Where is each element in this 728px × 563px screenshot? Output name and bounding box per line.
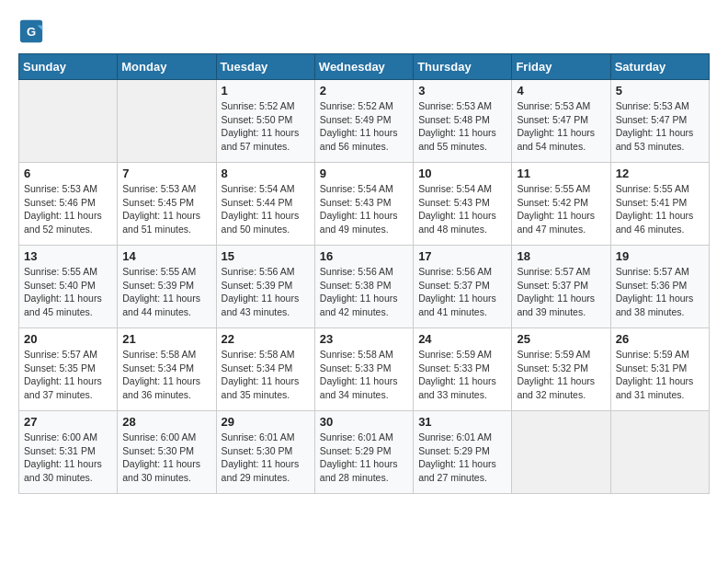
day-number: 27 <box>24 415 112 429</box>
column-header-thursday: Thursday <box>414 54 512 80</box>
calendar-cell <box>19 80 118 163</box>
day-number: 3 <box>418 84 506 98</box>
day-info: Sunrise: 5:59 AMSunset: 5:33 PMDaylight:… <box>418 348 506 402</box>
day-info: Sunrise: 5:53 AMSunset: 5:47 PMDaylight:… <box>517 99 605 154</box>
calendar-cell: 3Sunrise: 5:53 AMSunset: 5:48 PMDaylight… <box>414 80 512 163</box>
calendar-cell: 15Sunrise: 5:56 AMSunset: 5:39 PMDayligh… <box>216 246 314 328</box>
header-row: SundayMondayTuesdayWednesdayThursdayFrid… <box>19 54 710 80</box>
day-number: 23 <box>320 332 408 346</box>
calendar-cell <box>512 411 610 494</box>
day-info: Sunrise: 6:01 AMSunset: 5:29 PMDaylight:… <box>320 431 408 485</box>
day-info: Sunrise: 6:00 AMSunset: 5:30 PMDaylight:… <box>122 431 210 485</box>
calendar-table: SundayMondayTuesdayWednesdayThursdayFrid… <box>18 53 710 494</box>
day-info: Sunrise: 6:00 AMSunset: 5:31 PMDaylight:… <box>24 431 112 485</box>
day-info: Sunrise: 5:56 AMSunset: 5:37 PMDaylight:… <box>418 265 506 319</box>
calendar-cell: 21Sunrise: 5:58 AMSunset: 5:34 PMDayligh… <box>118 328 216 411</box>
day-number: 20 <box>24 332 112 346</box>
day-info: Sunrise: 5:59 AMSunset: 5:31 PMDaylight:… <box>616 348 704 402</box>
day-info: Sunrise: 5:56 AMSunset: 5:39 PMDaylight:… <box>222 265 310 319</box>
day-number: 30 <box>320 415 408 429</box>
day-info: Sunrise: 5:57 AMSunset: 5:37 PMDaylight:… <box>517 265 605 319</box>
column-header-wednesday: Wednesday <box>314 54 413 80</box>
calendar-cell: 11Sunrise: 5:55 AMSunset: 5:42 PMDayligh… <box>512 163 610 246</box>
calendar-cell: 30Sunrise: 6:01 AMSunset: 5:29 PMDayligh… <box>314 411 413 494</box>
calendar-cell: 10Sunrise: 5:54 AMSunset: 5:43 PMDayligh… <box>414 163 512 246</box>
day-number: 1 <box>222 84 310 98</box>
calendar-cell: 26Sunrise: 5:59 AMSunset: 5:31 PMDayligh… <box>610 328 709 411</box>
column-header-friday: Friday <box>512 54 610 80</box>
day-number: 22 <box>222 332 310 346</box>
day-number: 19 <box>616 249 704 263</box>
day-info: Sunrise: 5:58 AMSunset: 5:34 PMDaylight:… <box>222 348 310 402</box>
day-info: Sunrise: 5:57 AMSunset: 5:35 PMDaylight:… <box>24 348 112 402</box>
day-number: 15 <box>222 249 310 263</box>
calendar-cell: 6Sunrise: 5:53 AMSunset: 5:46 PMDaylight… <box>19 163 118 246</box>
day-info: Sunrise: 5:54 AMSunset: 5:44 PMDaylight:… <box>222 182 310 236</box>
day-number: 8 <box>222 167 310 180</box>
calendar-cell: 23Sunrise: 5:58 AMSunset: 5:33 PMDayligh… <box>314 328 413 411</box>
day-number: 14 <box>122 249 210 263</box>
day-number: 7 <box>122 167 210 180</box>
day-info: Sunrise: 5:57 AMSunset: 5:36 PMDaylight:… <box>616 265 704 319</box>
calendar-cell: 25Sunrise: 5:59 AMSunset: 5:32 PMDayligh… <box>512 328 610 411</box>
calendar-cell: 16Sunrise: 5:56 AMSunset: 5:38 PMDayligh… <box>314 246 413 328</box>
calendar-cell: 18Sunrise: 5:57 AMSunset: 5:37 PMDayligh… <box>512 246 610 328</box>
day-info: Sunrise: 5:53 AMSunset: 5:47 PMDaylight:… <box>616 99 704 154</box>
calendar-cell <box>118 80 216 163</box>
day-info: Sunrise: 5:55 AMSunset: 5:41 PMDaylight:… <box>616 182 704 236</box>
calendar-cell: 7Sunrise: 5:53 AMSunset: 5:45 PMDaylight… <box>118 163 216 246</box>
day-info: Sunrise: 5:53 AMSunset: 5:45 PMDaylight:… <box>122 182 210 236</box>
day-info: Sunrise: 5:53 AMSunset: 5:48 PMDaylight:… <box>418 99 506 154</box>
day-number: 17 <box>418 249 506 263</box>
day-number: 25 <box>517 332 605 346</box>
calendar-cell: 24Sunrise: 5:59 AMSunset: 5:33 PMDayligh… <box>414 328 512 411</box>
column-header-tuesday: Tuesday <box>216 54 314 80</box>
day-info: Sunrise: 5:55 AMSunset: 5:39 PMDaylight:… <box>122 265 210 319</box>
calendar-cell: 4Sunrise: 5:53 AMSunset: 5:47 PMDaylight… <box>512 80 610 163</box>
day-number: 9 <box>320 167 408 180</box>
calendar-cell: 31Sunrise: 6:01 AMSunset: 5:29 PMDayligh… <box>414 411 512 494</box>
week-row-1: 1Sunrise: 5:52 AMSunset: 5:50 PMDaylight… <box>19 80 710 163</box>
day-info: Sunrise: 5:54 AMSunset: 5:43 PMDaylight:… <box>418 182 506 236</box>
calendar-cell: 9Sunrise: 5:54 AMSunset: 5:43 PMDaylight… <box>314 163 413 246</box>
day-number: 2 <box>320 84 408 98</box>
calendar-cell: 28Sunrise: 6:00 AMSunset: 5:30 PMDayligh… <box>118 411 216 494</box>
day-number: 28 <box>122 415 210 429</box>
day-number: 6 <box>24 167 112 180</box>
day-info: Sunrise: 5:58 AMSunset: 5:34 PMDaylight:… <box>122 348 210 402</box>
day-number: 26 <box>616 332 704 346</box>
day-info: Sunrise: 5:55 AMSunset: 5:40 PMDaylight:… <box>24 265 112 319</box>
day-number: 29 <box>222 415 310 429</box>
week-row-2: 6Sunrise: 5:53 AMSunset: 5:46 PMDaylight… <box>19 163 710 246</box>
svg-text:G: G <box>27 25 36 39</box>
calendar-cell: 14Sunrise: 5:55 AMSunset: 5:39 PMDayligh… <box>118 246 216 328</box>
column-header-sunday: Sunday <box>19 54 118 80</box>
week-row-5: 27Sunrise: 6:00 AMSunset: 5:31 PMDayligh… <box>19 411 710 494</box>
calendar-cell <box>610 411 709 494</box>
day-number: 10 <box>418 167 506 180</box>
day-info: Sunrise: 5:59 AMSunset: 5:32 PMDaylight:… <box>517 348 605 402</box>
day-number: 4 <box>517 84 605 98</box>
day-info: Sunrise: 6:01 AMSunset: 5:29 PMDaylight:… <box>418 431 506 485</box>
calendar-cell: 12Sunrise: 5:55 AMSunset: 5:41 PMDayligh… <box>610 163 709 246</box>
week-row-3: 13Sunrise: 5:55 AMSunset: 5:40 PMDayligh… <box>19 246 710 328</box>
day-info: Sunrise: 5:58 AMSunset: 5:33 PMDaylight:… <box>320 348 408 402</box>
day-number: 24 <box>418 332 506 346</box>
calendar-cell: 1Sunrise: 5:52 AMSunset: 5:50 PMDaylight… <box>216 80 314 163</box>
column-header-saturday: Saturday <box>610 54 709 80</box>
day-number: 16 <box>320 249 408 263</box>
day-info: Sunrise: 5:53 AMSunset: 5:46 PMDaylight:… <box>24 182 112 236</box>
page-header: G <box>18 18 710 44</box>
calendar-cell: 8Sunrise: 5:54 AMSunset: 5:44 PMDaylight… <box>216 163 314 246</box>
day-info: Sunrise: 5:52 AMSunset: 5:49 PMDaylight:… <box>320 99 408 154</box>
calendar-cell: 17Sunrise: 5:56 AMSunset: 5:37 PMDayligh… <box>414 246 512 328</box>
calendar-cell: 5Sunrise: 5:53 AMSunset: 5:47 PMDaylight… <box>610 80 709 163</box>
logo-icon: G <box>18 18 44 44</box>
column-header-monday: Monday <box>118 54 216 80</box>
day-number: 5 <box>616 84 704 98</box>
logo: G <box>18 18 48 44</box>
calendar-cell: 13Sunrise: 5:55 AMSunset: 5:40 PMDayligh… <box>19 246 118 328</box>
day-info: Sunrise: 6:01 AMSunset: 5:30 PMDaylight:… <box>222 431 310 485</box>
calendar-cell: 19Sunrise: 5:57 AMSunset: 5:36 PMDayligh… <box>610 246 709 328</box>
calendar-cell: 29Sunrise: 6:01 AMSunset: 5:30 PMDayligh… <box>216 411 314 494</box>
